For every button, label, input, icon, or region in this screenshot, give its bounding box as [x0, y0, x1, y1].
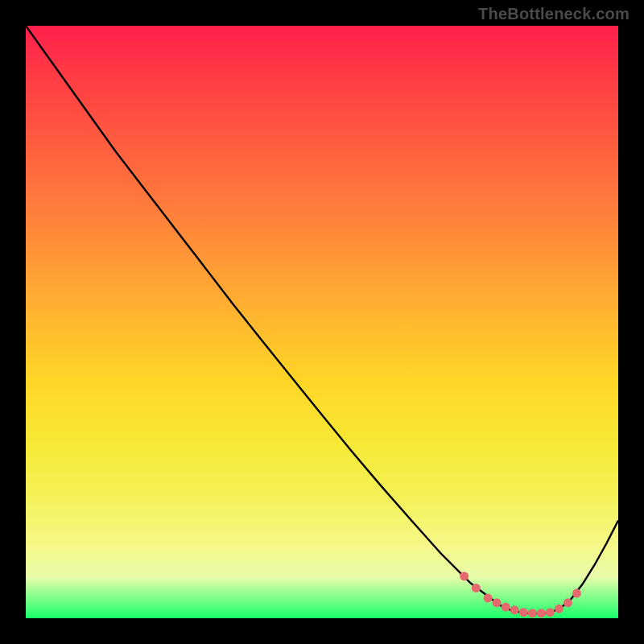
marker-group: [460, 572, 581, 617]
curve-marker: [555, 605, 564, 613]
chart-frame: TheBottleneck.com: [0, 0, 644, 644]
curve-path-group: [26, 26, 618, 613]
curve-path: [26, 26, 618, 613]
curve-marker: [460, 572, 469, 580]
plot-area: [26, 26, 618, 618]
curve-marker: [519, 608, 528, 617]
curve-marker: [537, 609, 546, 617]
bottleneck-curve: [26, 26, 618, 618]
curve-marker: [502, 603, 510, 612]
curve-marker: [528, 609, 537, 617]
curve-marker: [484, 593, 493, 602]
curve-marker: [564, 598, 572, 607]
curve-marker: [493, 598, 502, 607]
curve-marker: [472, 584, 481, 592]
attribution-watermark: TheBottleneck.com: [478, 5, 630, 23]
curve-marker: [546, 608, 555, 617]
curve-marker: [510, 605, 519, 614]
curve-marker: [572, 589, 581, 598]
